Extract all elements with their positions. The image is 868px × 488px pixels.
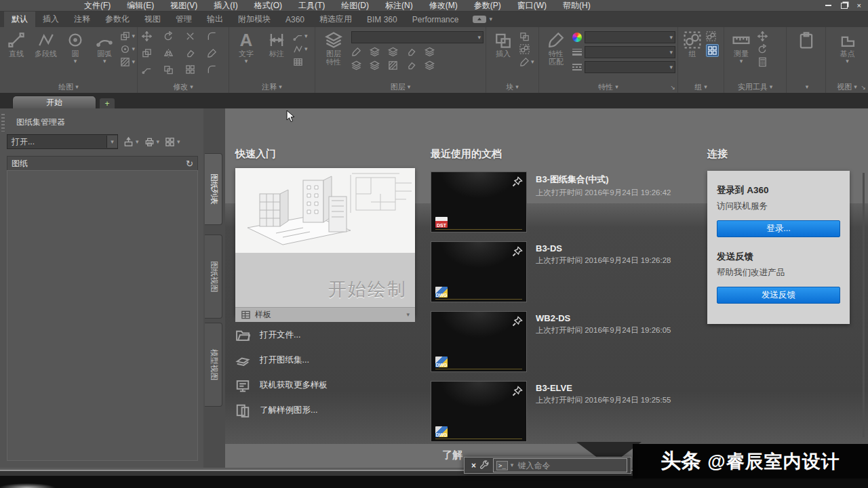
panel-label-draw[interactable]: 绘图▾ <box>0 81 137 93</box>
menu-edit[interactable]: 编辑(E) <box>119 0 162 12</box>
panel-label-utilities[interactable]: 实用工具▾ <box>724 81 786 93</box>
sample-drawings-link[interactable]: 了解样例图形... <box>235 398 415 423</box>
menu-format[interactable]: 格式(O) <box>246 0 290 12</box>
paste-button[interactable] <box>792 30 821 49</box>
ribbon-tab-view[interactable]: 视图 <box>137 12 168 27</box>
panel-label-clipboard[interactable]: ▾ <box>787 81 825 93</box>
learn-page-label[interactable]: 了解 <box>442 449 462 462</box>
wrench-icon[interactable] <box>479 460 490 470</box>
sheet-set-open-combo[interactable]: 打开... ▾ <box>7 134 118 149</box>
palette-grip[interactable] <box>1 114 5 131</box>
linetype-combo[interactable]: ▾ <box>585 61 675 73</box>
tab-sheet-views[interactable]: 图纸视图 <box>205 235 222 319</box>
menu-modify[interactable]: 修改(M) <box>421 0 466 12</box>
quick-select-tool[interactable] <box>757 31 768 41</box>
ribbon-tab-output[interactable]: 输出 <box>199 12 231 27</box>
publish-tool[interactable]: ▾ <box>123 137 139 147</box>
print-tool[interactable]: ▾ <box>144 137 160 147</box>
doc-thumbnail[interactable]: DWG <box>431 381 527 442</box>
ribbon-tab-home[interactable]: 默认 <box>4 12 35 27</box>
doc-thumbnail[interactable]: DST <box>431 171 527 232</box>
details-tool[interactable]: ▾ <box>165 137 180 147</box>
menu-view[interactable]: 视图(V) <box>162 0 205 12</box>
ribbon-tab-featured-apps[interactable]: 精选应用 <box>312 12 359 27</box>
menu-help[interactable]: 帮助(H) <box>555 0 599 12</box>
layer-prev-icon[interactable] <box>425 60 435 70</box>
doc-title[interactable]: WB2-DS <box>536 313 671 323</box>
caret-down-icon[interactable]: ▾ <box>511 462 514 468</box>
combo-caret[interactable]: ▾ <box>106 136 117 148</box>
polyline-button[interactable]: 多段线 <box>32 30 59 58</box>
ribbon-tab-a360[interactable]: A360 <box>278 12 312 27</box>
block-attr-tool[interactable]: ▾ <box>519 57 534 67</box>
move-icon[interactable] <box>142 31 152 41</box>
command-prompt-icon[interactable]: >_ <box>496 461 508 470</box>
explode-icon[interactable] <box>163 64 174 75</box>
panel-label-modify[interactable]: 修改▾ <box>138 81 229 93</box>
restore-icon[interactable] <box>841 3 848 9</box>
create-block-tool[interactable] <box>519 31 534 41</box>
layer-match-icon[interactable] <box>425 47 435 57</box>
feedback-button[interactable]: 发送反馈 <box>717 287 840 304</box>
fillet-icon[interactable] <box>207 31 217 41</box>
refresh-icon[interactable]: ↻ <box>186 159 193 169</box>
hatch-tool[interactable]: ▾ <box>120 57 135 67</box>
new-tab-button[interactable]: + <box>100 98 115 108</box>
pin-icon[interactable] <box>512 246 523 257</box>
pin-icon[interactable] <box>512 386 523 396</box>
ribbon-tab-insert[interactable]: 插入 <box>35 12 66 27</box>
erase-icon[interactable] <box>142 64 152 75</box>
layer-select-combo[interactable]: ▾ <box>351 31 484 43</box>
ribbon-tab-annotate[interactable]: 注释 <box>66 12 98 27</box>
tab-sheet-list[interactable]: 图纸列表 <box>205 153 222 225</box>
ellipse-tool[interactable]: ▾ <box>120 44 135 54</box>
layer-isolate-icon[interactable] <box>370 47 380 57</box>
pin-icon[interactable] <box>512 316 523 327</box>
match-properties-button[interactable]: 特性匹配 <box>542 30 570 66</box>
menu-draw[interactable]: 绘图(D) <box>333 0 377 12</box>
layer-off-icon[interactable] <box>351 47 361 57</box>
trim-icon[interactable] <box>185 31 195 41</box>
ribbon-tab-performance[interactable]: Performance <box>405 12 467 27</box>
file-tab-start[interactable]: 开始 <box>12 96 96 109</box>
ribbon-display-toggle[interactable]: ▾ <box>473 12 492 27</box>
ribbon-tab-bim360[interactable]: BIM 360 <box>359 12 405 27</box>
recent-doc-item[interactable]: DWG B3-DS 上次打开时间 2016年9月24日 19:26:28 <box>431 241 685 302</box>
insert-block-button[interactable]: 插入 <box>489 30 517 58</box>
templates-dropdown[interactable]: 样板 ▾ <box>235 307 415 322</box>
rectangle-tool[interactable]: ▾ <box>120 31 135 41</box>
ribbon-tab-manage[interactable]: 管理 <box>168 12 199 27</box>
menu-tools[interactable]: 工具(T) <box>290 0 333 12</box>
doc-thumbnail[interactable]: DWG <box>431 241 527 302</box>
doc-thumbnail[interactable]: DWG <box>431 311 527 372</box>
signin-button[interactable]: 登录... <box>717 220 840 237</box>
array-icon[interactable] <box>185 64 195 75</box>
doc-title[interactable]: B3-ELVE <box>536 383 671 393</box>
layer-unlock-icon[interactable] <box>406 60 416 70</box>
layer-freeze-icon[interactable] <box>388 47 398 57</box>
doc-title[interactable]: B3-DS <box>536 243 671 253</box>
menu-file[interactable]: 文件(F) <box>76 0 119 12</box>
menu-dimension[interactable]: 标注(N) <box>377 0 421 12</box>
command-input-field[interactable]: >_ ▾ <box>493 458 627 472</box>
id-point-tool[interactable] <box>757 44 768 54</box>
leader-tool[interactable]: ▾ <box>293 31 308 41</box>
start-drawing-card[interactable]: 开始绘制 样板 ▾ <box>235 168 415 316</box>
recent-doc-item[interactable]: DWG WB2-DS 上次打开时间 2016年9月24日 19:26:05 <box>431 311 685 372</box>
mirror-icon[interactable] <box>163 48 174 58</box>
layer-thaw-icon[interactable] <box>388 60 398 70</box>
ribbon-tab-parametric[interactable]: 参数化 <box>98 12 137 27</box>
leader2-tool[interactable]: ▾ <box>293 44 308 54</box>
scale-icon[interactable] <box>207 48 217 58</box>
text-button[interactable]: A文字▾ <box>232 30 260 64</box>
online-templates-link[interactable]: 联机获取更多样板 <box>235 373 415 398</box>
base-view-button[interactable]: 基点▾ <box>833 30 862 64</box>
edit-block-tool[interactable] <box>519 44 534 54</box>
view-dialog-launcher-icon[interactable]: ↘ <box>861 84 866 91</box>
lineweight-combo[interactable]: ▾ <box>585 46 675 58</box>
tab-model-views[interactable]: 模型视图 <box>205 323 222 407</box>
panel-label-annotation[interactable]: 注释▾ <box>229 81 315 93</box>
ungroup-tool[interactable] <box>706 31 719 41</box>
group-edit-tool[interactable] <box>706 44 719 57</box>
layer-on-icon[interactable] <box>351 60 361 70</box>
